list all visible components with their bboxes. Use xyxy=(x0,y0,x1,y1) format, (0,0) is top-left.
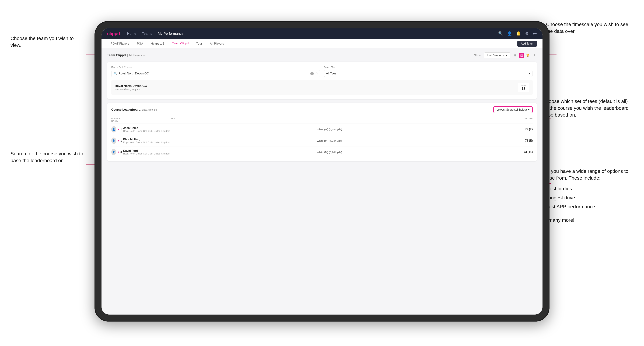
annotation-top-right: Choose the timescale you wish to see the… xyxy=(546,21,634,35)
nav-teams[interactable]: Teams xyxy=(142,32,152,36)
player-info: Josh Coles Royal North Devon Golf Club, … xyxy=(122,127,317,132)
favorite-icon[interactable]: ☆ xyxy=(315,72,318,75)
rank-num: 3 xyxy=(120,151,122,154)
tab-team-clippd[interactable]: Team Clippd xyxy=(169,40,192,47)
add-team-button[interactable]: Add Team xyxy=(517,41,537,47)
score-value: 72 (E) xyxy=(512,128,533,131)
rank-num: 1 xyxy=(120,139,122,142)
player-avatar: 👤 xyxy=(111,138,116,144)
sub-nav: PGAT Players PGA Hcaps 1-5 Team Clippd T… xyxy=(102,39,542,48)
player-club: Royal North Devon Golf Club, United King… xyxy=(123,130,317,132)
col-player-header: PLAYER NAME xyxy=(111,117,122,122)
course-search-input-wrapper: 🔍 × ☆ xyxy=(111,70,320,77)
col-score-header: SCORE xyxy=(512,117,533,122)
search-icon[interactable]: 🔍 xyxy=(498,31,503,36)
tab-pgat-players[interactable]: PGAT Players xyxy=(107,40,133,47)
chevron-down-icon: ▾ xyxy=(528,108,530,111)
course-search-input[interactable] xyxy=(118,72,309,75)
annotation-bottom-right: Here you have a wide range of options to… xyxy=(539,168,634,223)
edit-icon[interactable]: ✏ xyxy=(143,54,146,57)
player-avatar: 👤 xyxy=(111,126,116,133)
nav-bar: clippd Home Teams My Performance 🔍 👤 🔔 ⚙… xyxy=(102,28,542,39)
table-row[interactable]: 👤 ♥ 3 David Ford Royal North Devon Golf … xyxy=(111,147,533,158)
tab-pga[interactable]: PGA xyxy=(133,40,147,47)
col-tee-header: TEE xyxy=(122,117,317,122)
time-range-select[interactable]: Last 3 months ▾ xyxy=(484,52,510,58)
leaderboard-table: PLAYER NAME TEE SCORE 👤 ♥ 1 Josh xyxy=(111,116,533,158)
course-result[interactable]: Royal North Devon GC Westward Ho!, Engla… xyxy=(111,80,533,95)
tee-info: White (M) (6,744 yds) xyxy=(317,128,512,131)
table-row[interactable]: 👤 ♥ 1 Josh Coles Royal North Devon Golf … xyxy=(111,124,533,135)
bullet-3: Best APP performance xyxy=(542,202,634,211)
download-btn[interactable]: ⬇ xyxy=(531,53,537,58)
heart-icon: ♥ xyxy=(118,139,119,142)
search-card: Find a Golf Course 🔍 × ☆ Select Tee All … xyxy=(107,62,537,99)
player-rank-col: 👤 ♥ 1 xyxy=(111,126,122,133)
player-info: David Ford Royal North Devon Golf Club, … xyxy=(122,149,317,155)
table-row[interactable]: 👤 ♥ 1 Blair McHarg Royal North Devon Gol… xyxy=(111,135,533,147)
tab-tour[interactable]: Tour xyxy=(193,40,206,47)
team-header: Team Clippd | 14 Players ✏ Show: Last 3 … xyxy=(107,52,537,58)
player-name: David Ford xyxy=(123,149,317,152)
course-name: Royal North Devon GC xyxy=(115,84,147,88)
nav-icons: 🔍 👤 🔔 ⚙ ●▾ xyxy=(498,31,537,36)
player-rank-col: 👤 ♥ 3 xyxy=(111,149,122,155)
view-icons: ⊞ ▤ 🏆 ⬇ xyxy=(512,53,537,58)
tablet-screen: clippd Home Teams My Performance 🔍 👤 🔔 ⚙… xyxy=(102,28,542,315)
nav-home[interactable]: Home xyxy=(127,32,136,36)
bullet-2: Longest drive xyxy=(542,193,634,202)
annotation-top-left: Choose the team you wish to view. xyxy=(10,35,84,49)
player-avatar: 👤 xyxy=(111,149,116,155)
select-tee-label: Select Tee xyxy=(324,66,533,69)
player-club: Royal North Devon Golf Club, United King… xyxy=(123,141,317,144)
search-row: Find a Golf Course 🔍 × ☆ Select Tee All … xyxy=(111,66,533,77)
tee-select[interactable]: All Tees ▾ xyxy=(324,70,533,77)
list-view-btn[interactable]: ▤ xyxy=(519,53,524,58)
tab-all-players[interactable]: All Players xyxy=(206,40,227,47)
player-club: Royal North Devon Golf Club, United King… xyxy=(123,152,317,155)
show-label: Show: xyxy=(474,54,482,57)
score-value: 73 (+1) xyxy=(512,151,533,154)
player-info: Blair McHarg Royal North Devon Golf Club… xyxy=(122,138,317,144)
table-header: PLAYER NAME TEE SCORE xyxy=(111,116,533,124)
leaderboard-card: Course Leaderboard, Last 3 months Lowest… xyxy=(107,103,537,161)
leaderboard-header: Course Leaderboard, Last 3 months Lowest… xyxy=(111,106,533,113)
player-rank-col: 👤 ♥ 1 xyxy=(111,138,122,144)
sub-nav-tabs: PGAT Players PGA Hcaps 1-5 Team Clippd T… xyxy=(107,40,227,47)
rank-num: 1 xyxy=(120,128,122,131)
notification-icon[interactable]: 🔔 xyxy=(516,31,521,36)
bullet-1: Most birdies xyxy=(542,184,634,193)
course-search-group: Find a Golf Course 🔍 × ☆ xyxy=(111,66,320,77)
chevron-down-icon: ▾ xyxy=(529,72,530,75)
holes-badge: Holes 18 xyxy=(518,83,529,92)
holes-label: Holes xyxy=(521,84,526,87)
tablet-frame: clippd Home Teams My Performance 🔍 👤 🔔 ⚙… xyxy=(94,21,550,322)
search-icon: 🔍 xyxy=(114,72,117,75)
tee-info: White (M) (6,744 yds) xyxy=(317,151,512,154)
leaderboard-subtitle: Last 3 months xyxy=(142,108,157,111)
tab-hcaps[interactable]: Hcaps 1-5 xyxy=(147,40,168,47)
profile-icon[interactable]: 👤 xyxy=(507,31,512,36)
course-info: Royal North Devon GC Westward Ho!, Engla… xyxy=(115,84,147,91)
score-value: 72 (E) xyxy=(512,139,533,142)
grid-view-btn[interactable]: ⊞ xyxy=(512,53,518,58)
tee-select-group: Select Tee All Tees ▾ xyxy=(324,66,533,77)
annotation-middle-left: Search for the course you wish to base t… xyxy=(10,150,88,164)
trophy-view-btn[interactable]: 🏆 xyxy=(525,53,530,58)
holes-value: 18 xyxy=(521,87,526,91)
find-course-label: Find a Golf Course xyxy=(111,66,320,69)
score-type-select[interactable]: Lowest Score (18 holes) ▾ xyxy=(493,106,533,113)
course-location: Westward Ho!, England xyxy=(115,88,147,91)
player-name: Josh Coles xyxy=(123,127,317,130)
tee-info: White (M) (6,744 yds) xyxy=(317,139,512,142)
nav-my-performance[interactable]: My Performance xyxy=(158,32,184,36)
team-title: Team Clippd | 14 Players xyxy=(107,53,142,57)
chevron-down-icon: ▾ xyxy=(506,54,507,57)
account-icon[interactable]: ●▾ xyxy=(533,31,537,36)
leaderboard-title-group: Course Leaderboard, Last 3 months xyxy=(111,108,157,112)
clear-search-button[interactable]: × xyxy=(310,72,314,75)
player-name: Blair McHarg xyxy=(123,138,317,141)
heart-icon: ♥ xyxy=(118,128,119,131)
settings-icon[interactable]: ⚙ xyxy=(525,31,528,36)
annotation-middle-right: Choose which set of tees (default is all… xyxy=(542,98,634,119)
